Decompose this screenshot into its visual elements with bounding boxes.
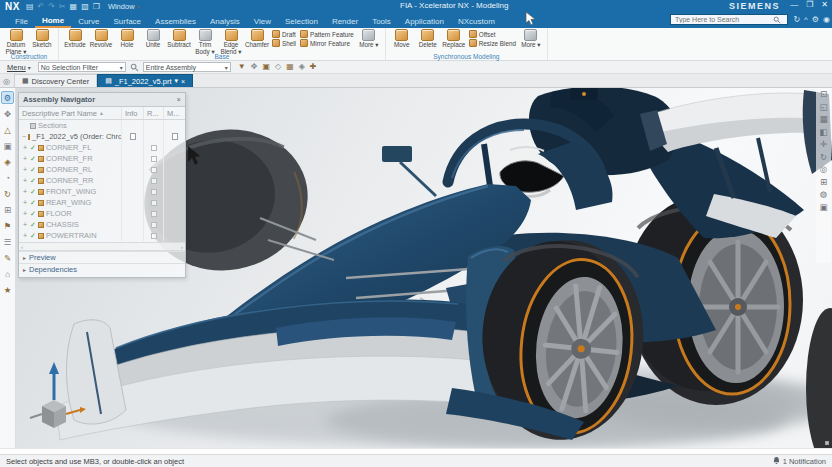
cut-icon[interactable]: ✂	[59, 2, 66, 11]
restore-button[interactable]: ❐	[806, 0, 813, 9]
ribbon-button-subtract[interactable]: Subtract	[166, 29, 192, 49]
ribbon-button-resize-blend[interactable]: Resize Blend	[469, 39, 516, 47]
ribbon-button-chamfer[interactable]: Chamfer	[244, 29, 270, 49]
ribbon-button-mirror-feature[interactable]: Mirror Feature	[300, 39, 354, 47]
rotate-icon[interactable]: ↻	[820, 153, 827, 162]
reuse-library-icon[interactable]: ▣	[1, 139, 14, 152]
expand-icon[interactable]: +	[22, 188, 28, 195]
checkmark-icon[interactable]: ✓	[30, 166, 36, 174]
checkmark-icon[interactable]: ✓	[30, 232, 36, 240]
expand-icon[interactable]: +	[22, 210, 28, 217]
checkbox[interactable]	[151, 211, 157, 217]
settings-gear-icon[interactable]: ⚙	[812, 15, 819, 24]
paste-icon[interactable]: ▧	[81, 2, 89, 11]
panel-section-dependencies[interactable]: ▸Dependencies	[19, 263, 185, 275]
fit-view-icon[interactable]: ⊡	[820, 90, 827, 99]
menu-home[interactable]: Home	[35, 14, 71, 28]
selection-scope-dropdown[interactable]: Entire Assembly▾	[143, 62, 231, 72]
tree-row-corner-rr[interactable]: +✓CORNER_RR	[19, 175, 185, 186]
menu-nxcustom[interactable]: NXcustom	[451, 15, 502, 28]
tree-row-root[interactable]: −_F1_2022_v5 (Order: Chronologi...	[19, 131, 185, 142]
render-options-icon[interactable]: ◍	[820, 190, 827, 199]
tree-row-corner-rl[interactable]: +✓CORNER_RL	[19, 164, 185, 175]
tree-row-sections[interactable]: Sections	[19, 120, 185, 131]
menu-tools[interactable]: Tools	[365, 15, 398, 28]
edit-section-icon[interactable]: ▣	[819, 203, 827, 212]
touch-panel-icon[interactable]: ★	[1, 283, 14, 296]
part-navigator-icon[interactable]: △	[1, 123, 14, 136]
menu-analysis[interactable]: Analysis	[203, 15, 247, 28]
graphics-viewport[interactable]: Assembly Navigator × Descriptive Part Na…	[16, 88, 832, 448]
ribbon-button-more-base[interactable]: More ▾	[356, 29, 382, 49]
tree-row-corner-fr[interactable]: +✓CORNER_FR	[19, 153, 185, 164]
panel-header[interactable]: Assembly Navigator ×	[19, 93, 185, 107]
ribbon-button-edge-blend[interactable]: Edge Blend ▾	[218, 29, 244, 55]
expand-icon[interactable]: +	[22, 221, 28, 228]
checkbox[interactable]	[151, 189, 157, 195]
tab-overview-icon[interactable]: ◎	[3, 77, 10, 86]
scroll-left-icon[interactable]: ‹	[21, 244, 23, 250]
panel-section-preview[interactable]: ▸Preview	[19, 251, 185, 263]
hd3d-tools-icon[interactable]: ◈	[1, 155, 14, 168]
ribbon-button-revolve[interactable]: Revolve	[88, 29, 114, 49]
chevron-down-icon[interactable]: ▾	[174, 77, 178, 85]
tree-row-powertrain[interactable]: +✓POWERTRAIN	[19, 230, 185, 241]
ribbon-button-hole[interactable]: Hole	[114, 29, 140, 49]
column-info[interactable]: Info	[121, 107, 143, 119]
ribbon-button-replace[interactable]: Replace	[441, 29, 467, 49]
touch-mode-icon[interactable]: ✚	[310, 63, 317, 71]
column-modified[interactable]: M...	[163, 107, 185, 119]
close-icon[interactable]: ×	[177, 95, 181, 104]
collapse-icon[interactable]: −	[22, 133, 26, 140]
checkbox[interactable]	[151, 145, 157, 151]
checkbox[interactable]	[151, 156, 157, 162]
ribbon-button-more-synchronous-modeling[interactable]: More ▾	[518, 29, 544, 49]
menu-assemblies[interactable]: Assemblies	[148, 15, 203, 28]
ribbon-button-pattern-feature[interactable]: Pattern Feature	[300, 30, 354, 38]
top-selection-icon[interactable]: ▣	[262, 63, 270, 71]
tree-row-rear-wing[interactable]: +✓REAR_WING	[19, 197, 185, 208]
ribbon-button-datum-plane[interactable]: Datum Plane ▾	[3, 29, 29, 55]
close-icon[interactable]: ×	[181, 78, 185, 85]
tab-f1-2022-v5-prt[interactable]: ▤_F1_2022_v5.prt▾×	[97, 74, 193, 87]
checkmark-icon[interactable]: ✓	[30, 155, 36, 163]
save-icon[interactable]: ▤	[26, 2, 34, 11]
search-input[interactable]	[673, 15, 773, 24]
ribbon-button-sketch[interactable]: Sketch	[29, 29, 55, 49]
select-highlight-icon[interactable]: ✥	[251, 63, 258, 71]
expand-icon[interactable]: +	[22, 232, 28, 239]
column-read-only[interactable]: R...	[143, 107, 163, 119]
window-split-icon[interactable]: ⊞	[820, 178, 827, 187]
assembly-navigator-icon[interactable]: ⚙	[1, 91, 14, 104]
web-browser-icon[interactable]: ◔	[1, 171, 14, 184]
scrollbar-end[interactable]	[825, 441, 829, 445]
tree-row-corner-fl[interactable]: +✓CORNER_FL	[19, 142, 185, 153]
menu-curve[interactable]: Curve	[71, 15, 106, 28]
manufacturing-wizards-icon[interactable]: ⚑	[1, 219, 14, 232]
checkmark-icon[interactable]: ✓	[30, 144, 36, 152]
command-search[interactable]	[670, 14, 788, 25]
menu-button[interactable]: Menu▾	[4, 63, 34, 72]
expand-icon[interactable]: +	[22, 166, 28, 173]
window-icon[interactable]: ❒	[93, 2, 100, 11]
expand-icon[interactable]: +	[22, 155, 28, 162]
ribbon-button-trim-body[interactable]: Trim Body ▾	[192, 29, 218, 55]
snap-point-icon[interactable]: ▼	[238, 63, 246, 71]
tree-row-floor[interactable]: +✓FLOOR	[19, 208, 185, 219]
menu-surface[interactable]: Surface	[106, 15, 148, 28]
ribbon-button-move[interactable]: Move	[389, 29, 415, 49]
menu-render[interactable]: Render	[325, 15, 365, 28]
checkbox[interactable]	[151, 233, 157, 239]
checkbox[interactable]	[151, 178, 157, 184]
checkmark-icon[interactable]: ✓	[30, 199, 36, 207]
panel-horizontal-scrollbar[interactable]: ‹ ›	[19, 242, 185, 251]
tab-discovery-center[interactable]: ▦Discovery Center	[14, 74, 97, 87]
ribbon-button-draft[interactable]: Draft	[272, 30, 296, 38]
checkmark-icon[interactable]: ✓	[30, 177, 36, 185]
checkbox[interactable]	[151, 222, 157, 228]
ribbon-button-delete[interactable]: Delete	[415, 29, 441, 49]
tree-row-front-wing[interactable]: +✓FRONT_WING	[19, 186, 185, 197]
undo-icon[interactable]: ↶	[37, 2, 44, 11]
checkmark-icon[interactable]: ✓	[30, 210, 36, 218]
half-shade-icon[interactable]: ◧	[819, 128, 827, 137]
